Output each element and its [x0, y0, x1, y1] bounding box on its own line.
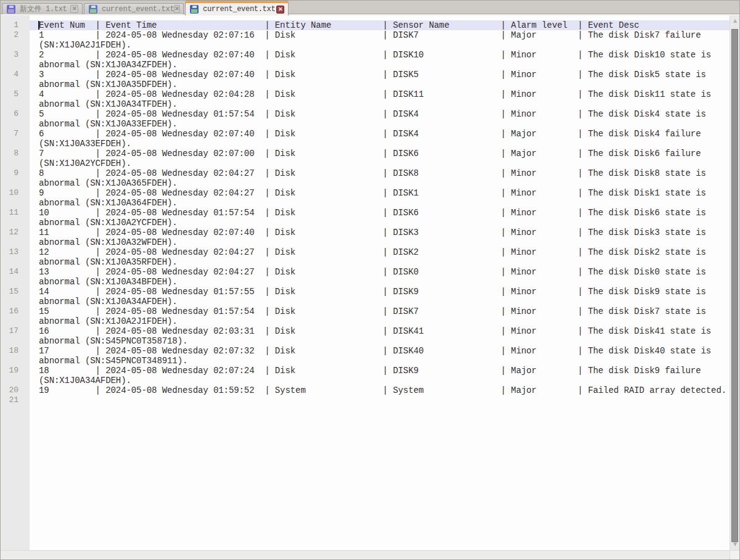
- line-number: [1, 237, 30, 247]
- line-number: 3: [1, 50, 30, 60]
- vertical-scrollbar[interactable]: ▲ ▼: [730, 15, 739, 550]
- scroll-up-arrow[interactable]: ▲: [730, 17, 739, 25]
- text-line[interactable]: abnormal (SN:X1J0A2YCFDEH).: [30, 218, 730, 228]
- line-number: 12: [1, 228, 30, 237]
- line-number: [1, 336, 30, 346]
- line-number: [1, 376, 30, 385]
- scroll-down-arrow[interactable]: ▼: [730, 540, 739, 549]
- line-number: 14: [1, 267, 30, 277]
- tab-label: current_event.txt: [102, 5, 174, 14]
- text-line[interactable]: 7 | 2024-05-08 Wednesday 02:07:00 | Disk…: [30, 149, 730, 159]
- editor-content[interactable]: Event Num | Event Time | Entity Name | S…: [30, 15, 730, 550]
- text-line[interactable]: abnormal (SN:X1J0A34TFDEH).: [30, 99, 730, 109]
- line-number: [1, 139, 30, 149]
- text-editor[interactable]: 123456789101112131415161718192021 Event …: [1, 15, 739, 550]
- line-number: 17: [1, 326, 30, 336]
- line-number: [1, 40, 30, 50]
- text-line[interactable]: (SN:X1J0A2YCFDEH).: [30, 159, 730, 168]
- text-line[interactable]: (SN:X1J0A2J1FDEH).: [30, 40, 730, 50]
- line-number: 6: [1, 109, 30, 119]
- line-number: 21: [1, 395, 30, 405]
- text-line[interactable]: abnormal (SN:S45PNC0T358718).: [30, 336, 730, 346]
- line-number: 10: [1, 188, 30, 198]
- text-line[interactable]: 8 | 2024-05-08 Wednesday 02:04:27 | Disk…: [30, 168, 730, 178]
- line-number: [1, 178, 30, 188]
- line-number: [1, 277, 30, 287]
- tab-current-event-1[interactable]: current_event.txt ✕: [84, 3, 184, 14]
- save-icon: [7, 5, 15, 14]
- line-number: 18: [1, 346, 30, 356]
- line-number: [1, 99, 30, 109]
- line-number: 13: [1, 247, 30, 257]
- text-line[interactable]: 11 | 2024-05-08 Wednesday 02:07:40 | Dis…: [30, 228, 730, 237]
- line-number: 20: [1, 385, 30, 395]
- text-line[interactable]: 9 | 2024-05-08 Wednesday 02:04:27 | Disk…: [30, 188, 730, 198]
- text-line[interactable]: abnormal (SN:X1J0A34AFDEH).: [30, 297, 730, 307]
- text-line[interactable]: 19 | 2024-05-08 Wednesday 01:59:52 | Sys…: [30, 385, 730, 395]
- text-line[interactable]: abnormal (SN:X1J0A33EFDEH).: [30, 119, 730, 129]
- line-number: [1, 198, 30, 208]
- text-line[interactable]: abnormal (SN:X1J0A34BFDEH).: [30, 277, 730, 287]
- line-number: [1, 356, 30, 366]
- text-line[interactable]: 10 | 2024-05-08 Wednesday 01:57:54 | Dis…: [30, 208, 730, 218]
- tab-label: current_event.txt: [203, 5, 275, 14]
- current-line[interactable]: Event Num | Event Time | Entity Name | S…: [30, 20, 730, 30]
- line-number: [1, 159, 30, 168]
- text-line[interactable]: 15 | 2024-05-08 Wednesday 01:57:54 | Dis…: [30, 307, 730, 316]
- close-icon[interactable]: ✕: [174, 5, 179, 13]
- line-number: 1: [1, 20, 30, 30]
- text-line[interactable]: 12 | 2024-05-08 Wednesday 02:04:27 | Dis…: [30, 247, 730, 257]
- text-line[interactable]: 16 | 2024-05-08 Wednesday 02:03:31 | Dis…: [30, 326, 730, 336]
- save-icon: [190, 5, 199, 14]
- save-icon: [89, 5, 97, 14]
- line-number: 5: [1, 89, 30, 99]
- text-line[interactable]: 14 | 2024-05-08 Wednesday 01:57:55 | Dis…: [30, 287, 730, 297]
- text-line[interactable]: 6 | 2024-05-08 Wednesday 02:07:40 | Disk…: [30, 129, 730, 139]
- text-line[interactable]: 5 | 2024-05-08 Wednesday 01:57:54 | Disk…: [30, 109, 730, 119]
- horizontal-scrollbar[interactable]: [1, 550, 730, 559]
- text-line[interactable]: 4 | 2024-05-08 Wednesday 02:04:28 | Disk…: [30, 89, 730, 99]
- text-line[interactable]: 13 | 2024-05-08 Wednesday 02:04:27 | Dis…: [30, 267, 730, 277]
- line-number: 7: [1, 129, 30, 139]
- line-number: [1, 60, 30, 70]
- text-line[interactable]: (SN:X1J0A34AFDEH).: [30, 376, 730, 385]
- text-line[interactable]: (SN:X1J0A33EFDEH).: [30, 139, 730, 149]
- line-number: 11: [1, 208, 30, 218]
- line-number: [1, 119, 30, 129]
- text-line[interactable]: 3 | 2024-05-08 Wednesday 02:07:40 | Disk…: [30, 70, 730, 80]
- line-number: 2: [1, 30, 30, 40]
- text-line[interactable]: abnormal (SN:S45PNC0T348911).: [30, 356, 730, 366]
- text-line[interactable]: abnormal (SN:X1J0A365FDEH).: [30, 178, 730, 188]
- line-number: [1, 257, 30, 267]
- text-line[interactable]: 17 | 2024-05-08 Wednesday 02:07:32 | Dis…: [30, 346, 730, 356]
- line-number: 4: [1, 70, 30, 80]
- close-icon[interactable]: ✕: [70, 5, 78, 13]
- text-line[interactable]: 1 | 2024-05-08 Wednesday 02:07:16 | Disk…: [30, 30, 730, 40]
- line-number: [1, 80, 30, 89]
- line-number: [1, 297, 30, 307]
- text-line[interactable]: 18 | 2024-05-08 Wednesday 02:07:24 | Dis…: [30, 366, 730, 376]
- tab-bar: 新文件 1.txt ✕ current_event.txt ✕ current_…: [1, 1, 739, 15]
- editor-window: 新文件 1.txt ✕ current_event.txt ✕ current_…: [0, 0, 740, 560]
- line-number: [1, 218, 30, 228]
- text-line[interactable]: 2 | 2024-05-08 Wednesday 02:07:40 | Disk…: [30, 50, 730, 60]
- line-number: 9: [1, 168, 30, 178]
- text-line[interactable]: abnormal (SN:X1J0A364FDEH).: [30, 198, 730, 208]
- vertical-scrollbar-thumb[interactable]: [731, 29, 738, 542]
- tab-current-event-2-active[interactable]: current_event.txt ✕: [185, 1, 289, 15]
- line-number: 19: [1, 366, 30, 376]
- text-caret: [38, 21, 39, 30]
- text-line[interactable]: abnormal (SN:X1J0A35RFDEH).: [30, 257, 730, 267]
- line-number-gutter[interactable]: 123456789101112131415161718192021: [1, 15, 30, 550]
- text-line[interactable]: [30, 395, 730, 405]
- line-number: 15: [1, 287, 30, 297]
- line-number: 16: [1, 307, 30, 316]
- tab-new-file-1[interactable]: 新文件 1.txt ✕: [2, 3, 83, 14]
- text-line[interactable]: abnormal (SN:X1J0A34ZFDEH).: [30, 60, 730, 70]
- scrollbar-corner: [730, 550, 739, 559]
- tab-label: 新文件 1.txt: [20, 4, 67, 14]
- close-icon[interactable]: ✕: [276, 6, 284, 14]
- text-line[interactable]: abnormal (SN:X1J0A2J1FDEH).: [30, 316, 730, 326]
- text-line[interactable]: abnormal (SN:X1J0A32WFDEH).: [30, 237, 730, 247]
- text-line[interactable]: abnormal (SN:X1J0A35DFDEH).: [30, 80, 730, 89]
